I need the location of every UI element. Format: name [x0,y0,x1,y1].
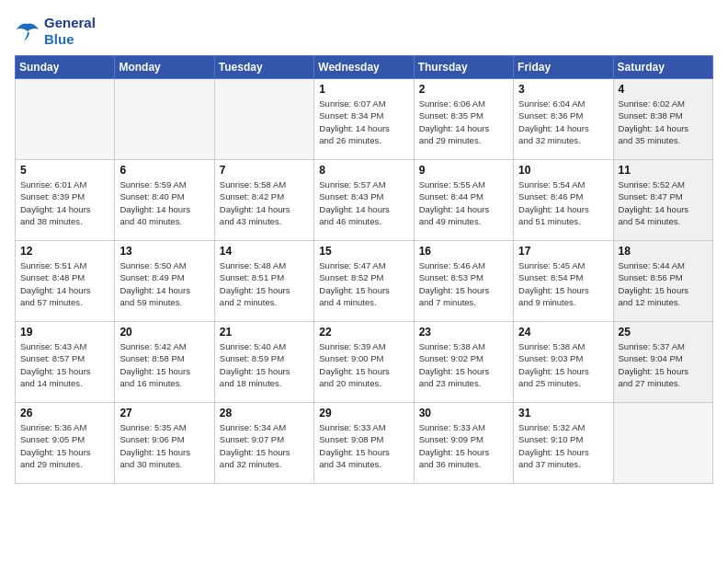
day-number: 27 [119,407,209,419]
calendar-cell: 29Sunrise: 5:33 AM Sunset: 9:08 PM Dayli… [314,403,414,484]
day-number: 29 [319,407,408,419]
calendar-cell: 6Sunrise: 5:59 AM Sunset: 8:40 PM Daylig… [115,160,214,241]
calendar-cell [115,79,214,160]
day-info: Sunrise: 5:40 AM Sunset: 8:59 PM Dayligh… [220,340,309,389]
calendar-cell: 17Sunrise: 5:45 AM Sunset: 8:54 PM Dayli… [514,241,613,322]
day-number: 21 [220,326,309,339]
logo-icon [15,20,40,42]
day-number: 19 [20,326,109,339]
day-info: Sunrise: 5:45 AM Sunset: 8:54 PM Dayligh… [518,259,608,308]
day-number: 8 [319,164,408,177]
day-info: Sunrise: 5:35 AM Sunset: 9:06 PM Dayligh… [119,421,209,470]
calendar-cell: 22Sunrise: 5:39 AM Sunset: 9:00 PM Dayli… [314,322,414,403]
day-info: Sunrise: 6:01 AM Sunset: 8:39 PM Dayligh… [20,178,109,227]
calendar-cell: 7Sunrise: 5:58 AM Sunset: 8:42 PM Daylig… [214,160,313,241]
day-number: 25 [619,326,708,339]
day-info: Sunrise: 5:42 AM Sunset: 8:58 PM Dayligh… [119,340,209,389]
calendar-cell: 5Sunrise: 6:01 AM Sunset: 8:39 PM Daylig… [16,160,115,241]
day-number: 15 [319,245,408,258]
day-info: Sunrise: 5:58 AM Sunset: 8:42 PM Dayligh… [220,178,309,227]
calendar-cell [16,79,115,160]
day-info: Sunrise: 5:34 AM Sunset: 9:07 PM Dayligh… [220,421,309,470]
calendar-cell: 16Sunrise: 5:46 AM Sunset: 8:53 PM Dayli… [414,241,513,322]
day-number: 14 [220,245,309,258]
day-info: Sunrise: 5:59 AM Sunset: 8:40 PM Dayligh… [119,178,209,227]
calendar-cell: 1Sunrise: 6:07 AM Sunset: 8:34 PM Daylig… [314,79,414,160]
day-info: Sunrise: 6:04 AM Sunset: 8:36 PM Dayligh… [518,98,608,146]
day-info: Sunrise: 5:43 AM Sunset: 8:57 PM Dayligh… [20,340,109,389]
calendar-cell: 27Sunrise: 5:35 AM Sunset: 9:06 PM Dayli… [115,403,214,484]
day-info: Sunrise: 5:54 AM Sunset: 8:46 PM Dayligh… [518,178,608,227]
header-friday: Friday [514,56,613,79]
calendar-cell: 28Sunrise: 5:34 AM Sunset: 9:07 PM Dayli… [214,403,313,484]
calendar-cell: 24Sunrise: 5:38 AM Sunset: 9:03 PM Dayli… [514,322,613,403]
header-saturday: Saturday [613,56,712,79]
day-number: 18 [619,245,708,258]
page-header: General Blue [15,15,713,48]
day-info: Sunrise: 5:46 AM Sunset: 8:53 PM Dayligh… [419,259,508,308]
day-number: 17 [518,245,608,258]
calendar-cell: 30Sunrise: 5:33 AM Sunset: 9:09 PM Dayli… [414,403,513,484]
logo-text: General Blue [44,15,96,48]
calendar-cell: 3Sunrise: 6:04 AM Sunset: 8:36 PM Daylig… [514,79,613,160]
calendar-cell: 9Sunrise: 5:55 AM Sunset: 8:44 PM Daylig… [414,160,513,241]
day-number: 1 [319,83,408,96]
day-info: Sunrise: 5:51 AM Sunset: 8:48 PM Dayligh… [20,259,109,308]
day-number: 5 [20,164,109,177]
logo: General Blue [15,15,96,48]
calendar-cell [214,79,313,160]
day-info: Sunrise: 5:50 AM Sunset: 8:49 PM Dayligh… [119,259,209,308]
day-info: Sunrise: 5:52 AM Sunset: 8:47 PM Dayligh… [619,178,708,227]
day-info: Sunrise: 5:48 AM Sunset: 8:51 PM Dayligh… [220,259,309,308]
day-number: 12 [20,245,109,258]
day-info: Sunrise: 5:57 AM Sunset: 8:43 PM Dayligh… [319,178,408,227]
calendar-body: 1Sunrise: 6:07 AM Sunset: 8:34 PM Daylig… [16,79,713,484]
day-info: Sunrise: 5:39 AM Sunset: 9:00 PM Dayligh… [319,340,408,389]
day-info: Sunrise: 5:38 AM Sunset: 9:02 PM Dayligh… [419,340,508,389]
calendar-cell: 14Sunrise: 5:48 AM Sunset: 8:51 PM Dayli… [214,241,313,322]
calendar-cell: 4Sunrise: 6:02 AM Sunset: 8:38 PM Daylig… [613,79,712,160]
day-info: Sunrise: 5:33 AM Sunset: 9:09 PM Dayligh… [419,421,508,470]
calendar-header: SundayMondayTuesdayWednesdayThursdayFrid… [16,56,713,79]
week-row-2: 12Sunrise: 5:51 AM Sunset: 8:48 PM Dayli… [16,241,713,322]
calendar-cell: 18Sunrise: 5:44 AM Sunset: 8:56 PM Dayli… [613,241,712,322]
day-number: 9 [419,164,508,177]
calendar-cell: 13Sunrise: 5:50 AM Sunset: 8:49 PM Dayli… [115,241,214,322]
day-info: Sunrise: 6:06 AM Sunset: 8:35 PM Dayligh… [419,98,508,146]
calendar-cell [613,403,712,484]
day-number: 26 [20,407,109,419]
day-number: 24 [518,326,608,339]
day-info: Sunrise: 5:38 AM Sunset: 9:03 PM Dayligh… [518,340,608,389]
day-number: 16 [419,245,508,258]
header-wednesday: Wednesday [314,56,414,79]
header-sunday: Sunday [16,56,115,79]
calendar-cell: 15Sunrise: 5:47 AM Sunset: 8:52 PM Dayli… [314,241,414,322]
day-info: Sunrise: 6:02 AM Sunset: 8:38 PM Dayligh… [619,98,708,146]
header-tuesday: Tuesday [214,56,313,79]
day-number: 13 [119,245,209,258]
day-info: Sunrise: 5:55 AM Sunset: 8:44 PM Dayligh… [419,178,508,227]
day-number: 22 [319,326,408,339]
calendar-cell: 25Sunrise: 5:37 AM Sunset: 9:04 PM Dayli… [613,322,712,403]
calendar-cell: 21Sunrise: 5:40 AM Sunset: 8:59 PM Dayli… [214,322,313,403]
day-info: Sunrise: 5:36 AM Sunset: 9:05 PM Dayligh… [20,421,109,470]
calendar-cell: 2Sunrise: 6:06 AM Sunset: 8:35 PM Daylig… [414,79,513,160]
week-row-3: 19Sunrise: 5:43 AM Sunset: 8:57 PM Dayli… [16,322,713,403]
day-number: 28 [220,407,309,419]
calendar-cell: 19Sunrise: 5:43 AM Sunset: 8:57 PM Dayli… [16,322,115,403]
day-number: 30 [419,407,508,419]
day-number: 3 [518,83,608,96]
day-info: Sunrise: 5:33 AM Sunset: 9:08 PM Dayligh… [319,421,408,470]
header-thursday: Thursday [414,56,513,79]
week-row-4: 26Sunrise: 5:36 AM Sunset: 9:05 PM Dayli… [16,403,713,484]
calendar-cell: 26Sunrise: 5:36 AM Sunset: 9:05 PM Dayli… [16,403,115,484]
day-info: Sunrise: 5:47 AM Sunset: 8:52 PM Dayligh… [319,259,408,308]
day-number: 4 [619,83,708,96]
day-info: Sunrise: 5:32 AM Sunset: 9:10 PM Dayligh… [518,421,608,470]
calendar-cell: 10Sunrise: 5:54 AM Sunset: 8:46 PM Dayli… [514,160,613,241]
header-monday: Monday [115,56,214,79]
day-number: 20 [119,326,209,339]
week-row-0: 1Sunrise: 6:07 AM Sunset: 8:34 PM Daylig… [16,79,713,160]
calendar-cell: 20Sunrise: 5:42 AM Sunset: 8:58 PM Dayli… [115,322,214,403]
day-info: Sunrise: 5:44 AM Sunset: 8:56 PM Dayligh… [619,259,708,308]
